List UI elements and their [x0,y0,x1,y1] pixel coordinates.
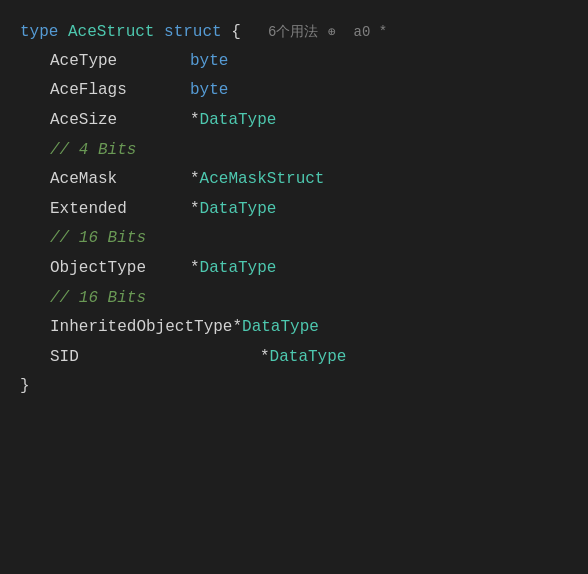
field-row: Extended*DataType [0,195,588,225]
field-row: InheritedObjectType*DataType [0,313,588,343]
user-icon: ⊕ [328,21,336,44]
field-row: AceSize*DataType [0,106,588,136]
field-row: // 4 Bits [0,136,588,166]
close-brace: } [20,377,30,395]
comment: // 16 Bits [50,229,146,247]
field-name: ObjectType [50,254,190,284]
open-brace: { [231,18,241,47]
comment: // 4 Bits [50,141,136,159]
field-name: InheritedObjectType [50,313,232,343]
comment: // 16 Bits [50,289,146,307]
field-type[interactable]: DataType [242,313,319,343]
field-name: SID [50,343,260,373]
struct-declaration-line: type AceStruct struct { 6个用法 ⊕ a0 * [0,18,588,47]
field-row: // 16 Bits [0,284,588,314]
usage-count[interactable]: 6个用法 [268,20,318,45]
field-type[interactable]: AceMaskStruct [200,165,325,195]
code-viewer: type AceStruct struct { 6个用法 ⊕ a0 * AceT… [0,10,588,410]
pointer-symbol: * [190,106,200,136]
pointer-symbol: * [232,313,242,343]
keyword-type: type [20,18,58,47]
field-row: AceMask*AceMaskStruct [0,165,588,195]
user-label: a0 * [354,20,388,45]
field-name: Extended [50,195,190,225]
field-type: byte [190,76,228,106]
field-type: byte [190,47,228,77]
keyword-struct: struct [164,18,222,47]
field-row: ObjectType*DataType [0,254,588,284]
pointer-symbol: * [190,165,200,195]
closing-brace-line: } [0,372,588,402]
field-type[interactable]: DataType [270,343,347,373]
field-name: AceType [50,47,190,77]
field-type[interactable]: DataType [200,254,277,284]
struct-name[interactable]: AceStruct [68,18,154,47]
pointer-symbol: * [190,195,200,225]
field-type[interactable]: DataType [200,195,277,225]
field-name: AceMask [50,165,190,195]
fields-container: AceTypebyteAceFlagsbyteAceSize*DataType/… [0,47,588,373]
pointer-symbol: * [190,254,200,284]
field-row: // 16 Bits [0,224,588,254]
field-type[interactable]: DataType [200,106,277,136]
field-row: AceTypebyte [0,47,588,77]
field-name: AceFlags [50,76,190,106]
field-row: SID*DataType [0,343,588,373]
field-name: AceSize [50,106,190,136]
pointer-symbol: * [260,343,270,373]
field-row: AceFlagsbyte [0,76,588,106]
